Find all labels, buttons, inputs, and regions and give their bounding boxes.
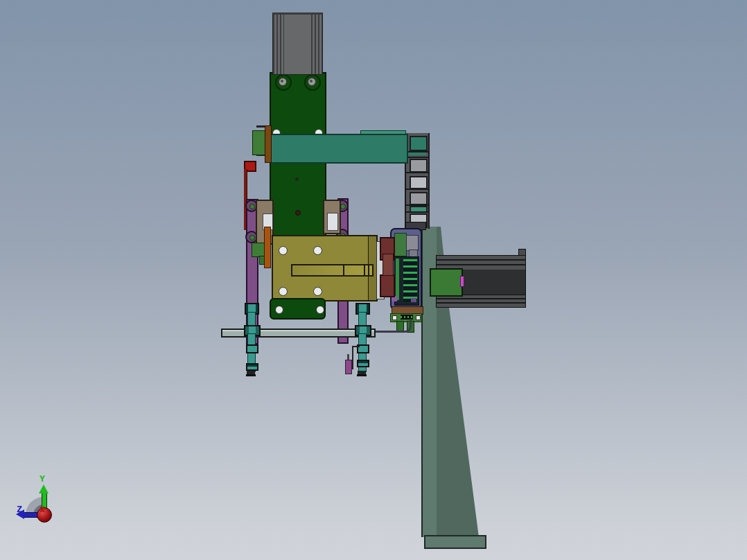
chain-link-window bbox=[410, 136, 428, 151]
motor-fins-left bbox=[273, 15, 284, 74]
y-axis-arrowhead bbox=[39, 484, 49, 493]
chain-link-window bbox=[410, 159, 428, 173]
chain-link-teal-strip bbox=[408, 152, 426, 155]
x-axis-label: X bbox=[40, 505, 45, 514]
chain-link-joint bbox=[406, 189, 428, 190]
motor-mount-block[interactable] bbox=[430, 268, 463, 297]
pin-dot bbox=[295, 210, 301, 216]
clamp-bracket-right[interactable] bbox=[323, 200, 341, 234]
bracket-window bbox=[327, 213, 338, 231]
plate-hole bbox=[275, 306, 283, 314]
chain-link-window bbox=[410, 192, 428, 205]
flange-block-middle bbox=[383, 254, 394, 276]
sensor-bracket bbox=[352, 346, 360, 369]
screw-rings bbox=[246, 363, 258, 371]
fin-line bbox=[437, 302, 525, 304]
housing-purple-fitting bbox=[411, 298, 416, 302]
coupling-spring bbox=[403, 259, 418, 303]
cad-viewport[interactable]: X Y Z bbox=[0, 0, 747, 560]
orientation-triad: X Y Z bbox=[14, 471, 78, 535]
screw-tip bbox=[246, 374, 256, 376]
housing-green-panel bbox=[394, 233, 407, 256]
chain-link-joint bbox=[406, 172, 428, 173]
probe-pin bbox=[345, 360, 352, 374]
plate-slot bbox=[291, 264, 374, 277]
plate-hole bbox=[316, 306, 324, 314]
connector-screw bbox=[416, 315, 421, 320]
spacer-strip-lower bbox=[264, 227, 271, 268]
fin-line bbox=[437, 264, 525, 265]
screw-collar bbox=[246, 344, 258, 353]
stud-pin bbox=[256, 125, 265, 128]
chain-link-joint bbox=[406, 211, 428, 213]
fin-line bbox=[437, 259, 525, 261]
screw-tip bbox=[357, 374, 367, 376]
plate-hole bbox=[313, 246, 322, 255]
bolt-hole bbox=[275, 74, 292, 91]
housing-gray-block bbox=[406, 235, 419, 251]
horizontal-arm[interactable] bbox=[270, 134, 408, 164]
fin-line bbox=[437, 298, 525, 299]
y-axis-label: Y bbox=[39, 473, 45, 484]
cable-chain[interactable] bbox=[405, 133, 430, 229]
spacer-strip-upper bbox=[265, 125, 272, 163]
plate-hole bbox=[313, 287, 322, 296]
z-axis-label: Z bbox=[17, 504, 22, 514]
plate-hole bbox=[279, 246, 288, 255]
pin-dot bbox=[295, 177, 299, 181]
slide-plate[interactable] bbox=[272, 235, 378, 301]
lower-green-plate[interactable] bbox=[270, 298, 326, 320]
support-stand-foot[interactable] bbox=[424, 535, 486, 549]
adjustment-screw-left[interactable] bbox=[243, 303, 270, 379]
coupling-rail bbox=[396, 259, 399, 300]
vertical-actuator-motor[interactable] bbox=[272, 12, 323, 75]
flange-block-lower bbox=[380, 274, 395, 297]
bolt-hole bbox=[304, 74, 321, 91]
chain-link-joint bbox=[406, 157, 428, 158]
chain-link-window bbox=[410, 176, 428, 189]
plate-hole bbox=[279, 287, 288, 296]
shaft-coupling-sliver bbox=[460, 276, 464, 287]
motor-fins-right bbox=[311, 15, 322, 74]
